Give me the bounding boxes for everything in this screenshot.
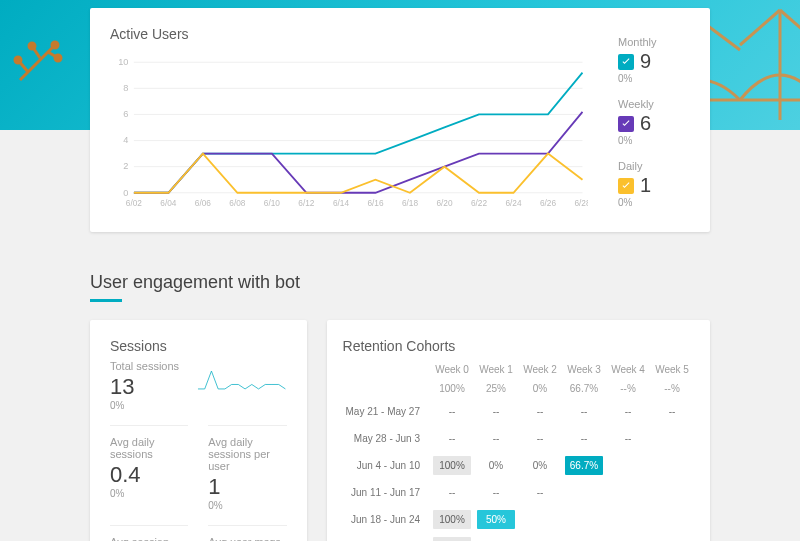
legend-label: Monthly [618,36,690,48]
retention-table: Week 0Week 1Week 2Week 3Week 4Week 5100%… [343,360,694,541]
legend-label: Daily [618,160,690,172]
legend-value: 1 [640,174,651,197]
retention-col-label: Week 5 [650,360,694,379]
svg-text:8: 8 [123,83,128,93]
metric-pct: 0% [110,400,179,411]
retention-cell: 50% [477,510,515,529]
retention-cell: -- [521,429,559,448]
metric-pct: 0% [110,488,188,499]
retention-row-label: Jun 4 - Jun 10 [343,452,430,479]
retention-cell: 0% [477,456,515,475]
session-metric: Avg session time per user2m 3s0% [110,525,188,541]
retention-row-label: May 21 - May 27 [343,398,430,425]
retention-cell: -- [653,402,691,421]
legend-item: Monthly90% [618,36,690,84]
retention-col-pct: 100% [430,379,474,398]
metric-label: Avg session time per user [110,536,188,541]
sessions-card: Sessions Total sessions 13 0% Avg daily … [90,320,307,541]
card-title: Sessions [110,338,287,354]
retention-col-pct: 25% [474,379,518,398]
svg-text:6/08: 6/08 [229,199,245,208]
svg-text:6/14: 6/14 [333,199,349,208]
metric-value: 13 [110,374,179,400]
metric-pct: 0% [208,500,286,511]
session-metric: Avg user msgs per session3.80% [208,525,286,541]
legend-value: 6 [640,112,651,135]
retention-cell: -- [521,402,559,421]
svg-text:6/28: 6/28 [574,199,588,208]
svg-text:6/24: 6/24 [505,199,521,208]
metric-label: Avg user msgs per session [208,536,286,541]
retention-col-pct: --% [650,379,694,398]
legend-checkbox[interactable] [618,54,634,70]
metric-label: Avg daily sessions [110,436,188,460]
retention-card: Retention Cohorts Week 0Week 1Week 2Week… [327,320,710,541]
legend-item: Weekly60% [618,98,690,146]
session-metric: Avg daily sessions0.40% [110,425,188,511]
retention-col-label: Week 2 [518,360,562,379]
retention-cell: 0% [521,456,559,475]
total-sessions-metric: Total sessions 13 0% [110,360,179,411]
retention-col-pct: 66.7% [562,379,606,398]
retention-cell: 66.7% [565,456,603,475]
legend-checkbox[interactable] [618,116,634,132]
legend-checkbox[interactable] [618,178,634,194]
legend-value: 9 [640,50,651,73]
retention-cell: -- [565,429,603,448]
metric-label: Total sessions [110,360,179,372]
svg-text:6/16: 6/16 [367,199,383,208]
metric-value: 1 [208,474,286,500]
retention-cell: -- [609,429,647,448]
retention-col-pct: --% [606,379,650,398]
retention-cell: -- [477,402,515,421]
svg-text:10: 10 [118,57,128,67]
retention-row: May 28 - Jun 3---------- [343,425,694,452]
svg-text:6: 6 [123,109,128,119]
retention-row-label: Jun 25 - Jul 1 [343,533,430,541]
metric-label: Avg daily sessions per user [208,436,286,472]
retention-row: May 21 - May 27------------ [343,398,694,425]
retention-row-label: May 28 - Jun 3 [343,425,430,452]
retention-row-label: Jun 11 - Jun 17 [343,479,430,506]
retention-col-pct: 0% [518,379,562,398]
svg-text:6/10: 6/10 [264,199,280,208]
retention-row-label: Jun 18 - Jun 24 [343,506,430,533]
legend-item: Daily10% [618,160,690,208]
retention-row: Jun 4 - Jun 10100%0%0%66.7% [343,452,694,479]
svg-text:6/12: 6/12 [298,199,314,208]
retention-cell: 100% [433,537,471,541]
svg-text:6/26: 6/26 [540,199,556,208]
retention-cell: -- [521,483,559,502]
active-users-card: Active Users 0246810 6/026/046/066/086/1… [90,8,710,232]
session-metric: Avg daily sessions per user10% [208,425,286,511]
retention-cell: -- [565,402,603,421]
card-title: Retention Cohorts [343,338,694,354]
retention-cell: -- [609,402,647,421]
retention-col-label: Week 3 [562,360,606,379]
retention-cell: -- [433,429,471,448]
metric-value: 0.4 [110,462,188,488]
section-heading: User engagement with bot [90,272,710,293]
svg-text:2: 2 [123,161,128,171]
svg-text:4: 4 [123,135,128,145]
sessions-sparkline [197,360,286,400]
svg-text:6/06: 6/06 [195,199,211,208]
retention-col-label: Week 1 [474,360,518,379]
retention-cell: -- [477,483,515,502]
retention-cell: -- [477,429,515,448]
card-title: Active Users [110,26,588,42]
legend-pct: 0% [618,135,690,146]
heading-underline [90,299,122,302]
retention-col-label: Week 0 [430,360,474,379]
svg-text:6/02: 6/02 [126,199,142,208]
active-users-chart[interactable]: 0246810 6/026/046/066/086/106/126/146/16… [110,48,588,218]
svg-text:6/20: 6/20 [436,199,452,208]
retention-row: Jun 25 - Jul 1100% [343,533,694,541]
retention-row: Jun 18 - Jun 24100%50% [343,506,694,533]
retention-cell: -- [433,483,471,502]
legend-label: Weekly [618,98,690,110]
svg-text:0: 0 [123,188,128,198]
retention-col-label: Week 4 [606,360,650,379]
svg-text:6/18: 6/18 [402,199,418,208]
retention-row: Jun 11 - Jun 17------ [343,479,694,506]
